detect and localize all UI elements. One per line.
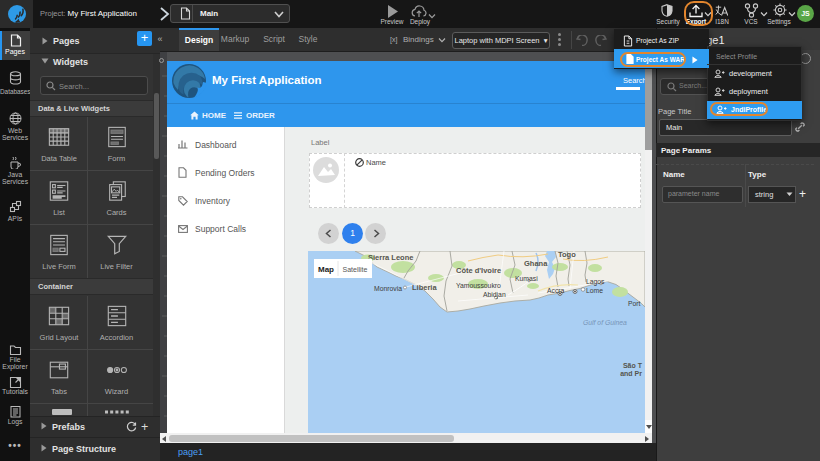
- svg-text:Côte d'Ivoire: Côte d'Ivoire: [456, 266, 501, 275]
- svg-text:Sierra Leone: Sierra Leone: [368, 253, 413, 262]
- svg-text:Ghana: Ghana: [524, 259, 548, 268]
- svg-text:and Pr: and Pr: [620, 370, 642, 377]
- svg-text:Lome: Lome: [586, 287, 603, 294]
- svg-text:Abidjan: Abidjan: [483, 291, 506, 299]
- svg-text:Yamoussoukro: Yamoussoukro: [456, 282, 501, 289]
- svg-text:Monrovia: Monrovia: [374, 285, 402, 292]
- svg-text:Liberia: Liberia: [412, 283, 437, 292]
- svg-text:Satellite: Satellite: [343, 266, 368, 273]
- svg-text:São T: São T: [623, 362, 643, 369]
- svg-text:Kumasi: Kumasi: [515, 275, 538, 282]
- svg-text:Gulf of Guinea: Gulf of Guinea: [583, 319, 627, 326]
- svg-text:Port: Port: [628, 300, 641, 307]
- svg-text:Lagos: Lagos: [586, 278, 605, 286]
- svg-text:Togo: Togo: [558, 251, 576, 259]
- svg-text:Accra: Accra: [547, 287, 565, 294]
- svg-text:Map: Map: [318, 265, 334, 274]
